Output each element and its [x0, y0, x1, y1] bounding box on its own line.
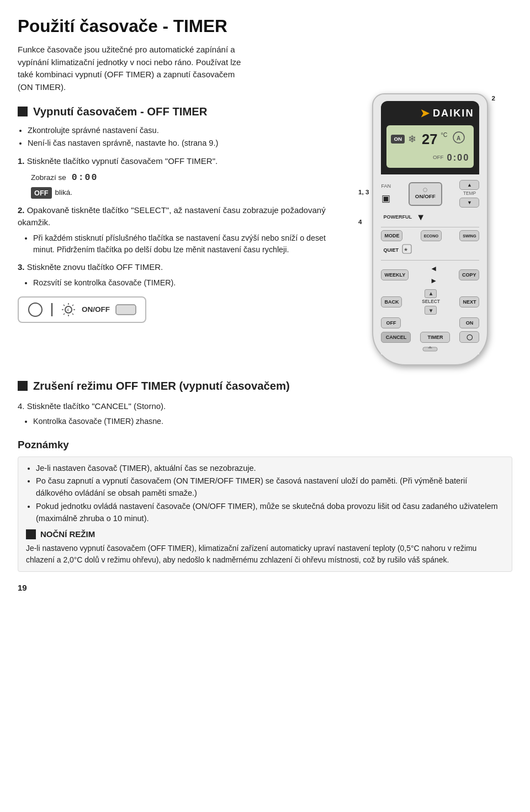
line-icon: [49, 302, 55, 317]
svg-text:4: 4: [67, 308, 69, 312]
temp-label: TEMP: [463, 190, 476, 197]
notes-heading: Poznámky: [18, 437, 512, 453]
svg-rect-12: [116, 305, 136, 315]
remote-body: FAN ▣ ◯ ON/OFF ▲ TEMP ▼: [381, 178, 479, 354]
timer-button[interactable]: TIMER: [420, 332, 450, 343]
back-button[interactable]: BACK: [381, 296, 402, 307]
step-1: 1. Stiskněte tlačítko vypnutí časovačem …: [18, 155, 326, 168]
econo-button[interactable]: ECONO: [421, 230, 442, 241]
nav-right-icon: ►: [430, 275, 437, 286]
mode-button[interactable]: MODE: [381, 230, 402, 241]
noct-heading: NOČNÍ REŽIM: [26, 528, 504, 541]
cancel-button[interactable]: CANCEL: [381, 332, 411, 343]
page-number: 19: [18, 582, 512, 595]
notes-block: Je-li nastaven časovač (TIMER), aktuální…: [18, 457, 512, 572]
heading-square-icon: [18, 107, 28, 116]
sun-timer-icon: 4: [61, 302, 76, 317]
label-2: 2: [491, 93, 495, 103]
label-4: 4: [358, 217, 369, 227]
powerful-icon: ▼: [416, 210, 425, 224]
temp-up-button[interactable]: ▲: [459, 180, 479, 190]
cancel-section-heading: Zrušení režimu OFF TIMER (vypnutí časova…: [33, 378, 290, 394]
off-timer-bullets: Zkontrolujte správné nastavení času. Nen…: [28, 125, 326, 150]
circle-icon: [28, 302, 43, 317]
remote-wrapper: 1, 3 4 ➤ DAIKIN ON: [358, 93, 495, 365]
step-4-sub: Kontrolka časovače (TIMER) zhasne.: [33, 416, 512, 427]
noct-text: Je-li nastaveno vypnutí časovačem (OFF T…: [26, 543, 504, 566]
display-time: 0:00: [447, 151, 469, 164]
fan-icon: ▣: [381, 192, 390, 205]
note-item-2: Pokud jednotku ovládá nastavení časovače…: [36, 501, 504, 525]
bottom-adjust-icon: [422, 346, 438, 352]
on-label: ON: [391, 135, 405, 144]
notes-section: Poznámky Je-li nastaven časovač (TIMER),…: [18, 437, 512, 572]
cancel-section: Zrušení režimu OFF TIMER (vypnutí časova…: [18, 378, 512, 427]
daikin-chevron-icon: ➤: [420, 105, 430, 122]
select-label: SELECT: [422, 299, 440, 305]
next-button[interactable]: NEXT: [459, 296, 479, 307]
page-title: Použití časovače - TIMER: [18, 13, 512, 39]
onoff-label: ON/OFF: [82, 304, 110, 315]
extra-button[interactable]: ◯: [459, 331, 479, 343]
quiet-label: QUIET: [383, 247, 399, 254]
svg-line-8: [72, 314, 73, 315]
display-shows-label: Zobrazí se: [31, 172, 66, 183]
powerful-label: POWERFUL: [383, 214, 412, 221]
on-button[interactable]: ON: [459, 317, 479, 328]
remote-display: ON ❄ 27 °C A: [386, 125, 474, 168]
copy-button[interactable]: COPY: [459, 269, 480, 280]
label-1-3: 1, 3: [358, 187, 369, 197]
off-blinks-text: bliká.: [55, 187, 73, 198]
step-2: 2. Opakovaně tiskněte tlačítko "SELECT",…: [18, 204, 326, 229]
svg-point-0: [29, 303, 42, 316]
remote-control: ➤ DAIKIN ON ❄ 27 °C: [372, 93, 488, 365]
nav-left-icon: ◄: [430, 263, 437, 274]
snowflake-icon: ❄: [408, 132, 416, 147]
side-labels: 1, 3 4: [358, 93, 369, 226]
step-2-sub: Při každém stisknutí příslušného tlačítk…: [33, 232, 326, 256]
onoff-graphic: 4 ON/OFF: [18, 296, 146, 323]
fan-label: FAN: [381, 183, 391, 190]
svg-text:★: ★: [404, 247, 408, 252]
step-3-sub: Rozsvítí se kontrolka časovače (TIMER).: [33, 277, 326, 289]
select-block: ▲ SELECT ▼: [422, 289, 440, 315]
svg-line-10: [63, 314, 65, 315]
noct-square-icon: [26, 529, 36, 539]
mode-a-icon: A: [453, 131, 465, 147]
svg-line-9: [72, 305, 73, 306]
brand-label: DAIKIN: [433, 106, 474, 121]
power-icon: ◯: [415, 187, 436, 193]
daikin-logo: ➤ DAIKIN: [386, 105, 474, 122]
display-off-label: OFF: [433, 153, 444, 162]
temp-down-button[interactable]: ▼: [459, 198, 479, 208]
swing-button[interactable]: SWING: [459, 230, 479, 241]
note-item-0: Je-li nastaven časovač (TIMER), aktuální…: [36, 463, 504, 475]
weekly-button[interactable]: WEEKLY: [381, 269, 409, 280]
off-timer-section-heading: Vypnutí časovačem - OFF TIMER: [18, 103, 326, 120]
remote-header: ➤ DAIKIN ON ❄ 27 °C: [381, 101, 479, 174]
svg-text:A: A: [457, 135, 460, 141]
step-4: 4. Stiskněte tlačítko "CANCEL" (Storno).: [18, 400, 512, 413]
svg-line-7: [63, 305, 65, 306]
note-item-1: Po času zapnutí a vypnutí časovačem (ON …: [36, 475, 504, 500]
cancel-section-square-icon: [18, 381, 28, 391]
off-blinks-label: OFF: [31, 187, 52, 199]
step-3: 3. Stiskněte znovu tlačítko OFF TIMER.: [18, 261, 326, 274]
off-button[interactable]: OFF: [381, 317, 401, 328]
quiet-icon: ★: [402, 244, 412, 257]
select-up-button[interactable]: ▲: [425, 289, 437, 298]
intro-text: Funkce časovače jsou užitečné pro automa…: [18, 44, 512, 93]
select-down-button[interactable]: ▼: [425, 306, 437, 315]
on-off-main-button[interactable]: ◯ ON/OFF: [409, 182, 442, 206]
display-time-graphic: 0:00: [72, 171, 98, 185]
display-unit: °C: [441, 131, 447, 140]
display-temp: 27: [422, 129, 437, 150]
toggle-icon: [115, 304, 136, 315]
